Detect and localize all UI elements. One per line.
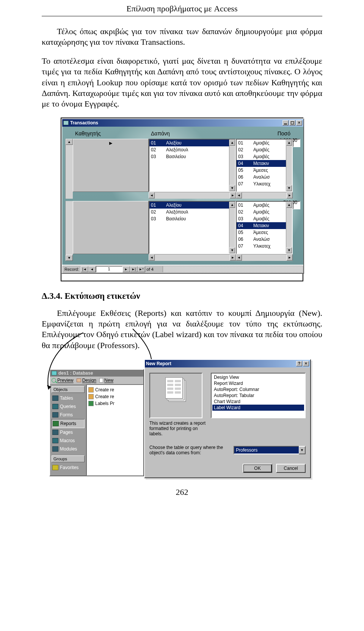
record1-professor-listbox[interactable]: 01Αλεξίου 02Αλεξόπουλ 03Βασιλείου ▲ ▼: [149, 139, 236, 192]
option-autoreport-columnar[interactable]: AutoReport: Columnar: [212, 386, 304, 392]
record2-professor-vscroll[interactable]: ▲ ▼: [229, 202, 235, 253]
option-design-view[interactable]: Design View: [212, 374, 304, 380]
form-vscroll-lower[interactable]: ▼: [65, 201, 73, 261]
scroll-down-icon[interactable]: ▼: [66, 255, 73, 261]
close-button[interactable]: ×: [303, 361, 309, 366]
record2-expense-listbox[interactable]: 01Αμοιβές 02Αμοιβές 03Αμοιβές 04Μετακιν …: [236, 201, 293, 254]
record1-expense-hscroll[interactable]: ◄►: [236, 192, 293, 199]
option-autoreport-tabular[interactable]: AutoReport: Tabular: [212, 392, 304, 399]
record2-expense-hscroll[interactable]: ◄►: [236, 254, 293, 261]
report-icon: [88, 401, 94, 406]
maximize-button[interactable]: [289, 120, 295, 126]
nav-first-button[interactable]: |◄: [81, 266, 88, 272]
scroll-down-icon[interactable]: ▼: [229, 185, 235, 191]
scroll-right-icon[interactable]: ►: [230, 254, 236, 261]
report-type-listbox[interactable]: Design View Report Wizard AutoReport: Co…: [211, 373, 306, 418]
help-button[interactable]: ?: [296, 361, 302, 366]
col-expense: Δαπάνη: [149, 130, 236, 137]
form-vscroll[interactable]: ▲: [65, 139, 73, 199]
scroll-down-icon[interactable]: ▼: [229, 247, 235, 253]
option-chart-wizard[interactable]: Chart Wizard: [212, 399, 304, 405]
record-1: ▶ 01Αλεξίου 02Αλεξόπουλ 03Βασιλείου ▲ ▼: [64, 139, 302, 201]
nav-prev-button[interactable]: ◄: [88, 266, 96, 272]
callout-arrow-2: [38, 333, 87, 393]
record1-expense-listbox[interactable]: 01Αμοιβές 02Αμοιβές 03Αμοιβές 04Μετακιν …: [236, 139, 293, 192]
record2-professor-hscroll[interactable]: ◄►: [149, 254, 236, 261]
sidebar-item-macros[interactable]: Macros: [52, 436, 85, 445]
newreport-screenshot: des1 : Database Preview Design New Objec…: [49, 359, 315, 480]
scroll-right-icon[interactable]: ►: [230, 192, 236, 198]
sidebar-item-pages[interactable]: Pages: [52, 428, 85, 436]
cancel-button[interactable]: Cancel: [276, 464, 306, 473]
scroll-up-icon[interactable]: ▲: [66, 139, 73, 145]
page-number: 262: [42, 487, 322, 497]
record-total: of 4: [145, 267, 155, 272]
chevron-down-icon[interactable]: ▼: [299, 446, 306, 454]
sidebar-item-tables[interactable]: Tables: [52, 394, 85, 402]
scroll-up-icon[interactable]: ▲: [286, 202, 292, 208]
scroll-left-icon[interactable]: ◄: [149, 192, 155, 198]
record1-selector[interactable]: ▶: [73, 139, 149, 192]
scroll-up-icon[interactable]: ▲: [286, 140, 292, 146]
close-button[interactable]: ×: [296, 120, 302, 126]
scroll-left-icon[interactable]: ◄: [236, 192, 242, 198]
groups-caption: Groups: [52, 455, 85, 462]
minimize-button[interactable]: [282, 120, 289, 126]
record2-amount-field[interactable]: 700,00 €: [293, 201, 300, 209]
option-label-wizard[interactable]: Label Wizard: [212, 405, 304, 411]
record1-professor-vscroll[interactable]: ▲ ▼: [229, 140, 235, 191]
form-hscroll[interactable]: [163, 266, 303, 272]
transactions-titlebar[interactable]: Transactions ×: [62, 119, 303, 127]
new-button[interactable]: New: [99, 378, 113, 383]
transactions-window: Transactions × Καθηγητής Δαπάνη Ποσό ▶ 0…: [61, 118, 304, 274]
source-combobox-value[interactable]: Professors: [234, 446, 299, 454]
database-content[interactable]: Create re Create re Labels Pr: [86, 385, 143, 476]
content-create-wizard[interactable]: Create re: [88, 393, 141, 400]
nav-last-button[interactable]: ►|: [130, 266, 138, 272]
scroll-down-icon[interactable]: ▼: [286, 185, 292, 191]
record-number-field[interactable]: 1: [96, 266, 122, 272]
sidebar-item-reports[interactable]: Reports: [52, 419, 85, 428]
wizard-icon: [88, 387, 94, 392]
wizard-preview: [149, 373, 202, 418]
sidebar-item-queries[interactable]: Queries: [52, 402, 85, 411]
scroll-down-icon[interactable]: ▼: [286, 247, 292, 253]
wizard-description: This wizard creates a report formatted f…: [149, 418, 206, 436]
source-combobox[interactable]: Professors ▼: [234, 446, 306, 454]
transactions-body: Καθηγητής Δαπάνη Ποσό ▶ 01Αλεξίου 02Αλεξ…: [62, 127, 303, 265]
sidebar-item-modules[interactable]: Modules: [52, 445, 85, 453]
scroll-up-icon[interactable]: ▲: [229, 140, 235, 146]
newreport-titlebar[interactable]: New Report ? ×: [145, 360, 310, 367]
record1-expense-vscroll[interactable]: ▲ ▼: [286, 140, 292, 191]
record2-professor-listbox[interactable]: 01Αλεξίου 02Αλεξόπουλ 03Βασιλείου ▲ ▼: [149, 201, 236, 254]
database-main: Objects Tables Queries Forms Reports Pag…: [50, 385, 143, 476]
record2-expense-vscroll[interactable]: ▲ ▼: [286, 202, 292, 253]
paragraph-2: Το αποτέλεσμα είναι διαφορετικό, γιατί μ…: [42, 56, 322, 109]
choose-source-label: Choose the table or query where the obje…: [149, 445, 229, 455]
content-labels-report[interactable]: Labels Pr: [88, 400, 141, 407]
scroll-up-icon[interactable]: ▲: [229, 202, 235, 208]
column-headers: Καθηγητής Δαπάνη Ποσό: [64, 129, 302, 139]
ok-button[interactable]: OK: [243, 464, 272, 473]
record-navigator[interactable]: Record: |◄ ◄ 1 ► ►| ►* of 4: [62, 265, 303, 273]
nav-new-button[interactable]: ►*: [138, 266, 145, 272]
record1-professor-hscroll[interactable]: ◄►: [149, 192, 236, 199]
col-amount: Ποσό: [236, 130, 293, 137]
paragraph-1: Τέλος όπως ακριβώς για τον πίνακα των δα…: [42, 26, 322, 47]
nav-next-button[interactable]: ►: [122, 266, 130, 272]
option-report-wizard[interactable]: Report Wizard: [212, 380, 304, 386]
record-2: 01Αλεξίου 02Αλεξόπουλ 03Βασιλείου ▲ ▼ 01…: [64, 201, 302, 263]
transactions-title: Transactions: [70, 120, 98, 126]
scroll-left-icon[interactable]: ◄: [236, 254, 242, 261]
content-create-design[interactable]: Create re: [88, 386, 141, 393]
scroll-right-icon[interactable]: ►: [287, 254, 293, 261]
sidebar-item-forms[interactable]: Forms: [52, 411, 85, 419]
col-professor: Καθηγητής: [73, 130, 149, 137]
record1-amount-field[interactable]: 1.000,00 €: [293, 139, 300, 147]
record2-selector[interactable]: [73, 201, 149, 254]
scroll-left-icon[interactable]: ◄: [149, 254, 155, 261]
section-heading: Δ.3.4. Εκτύπωση ετικετών: [42, 291, 322, 301]
database-sidebar: Objects Tables Queries Forms Reports Pag…: [50, 385, 86, 476]
sidebar-item-favorites[interactable]: Favorites: [52, 463, 85, 472]
scroll-right-icon[interactable]: ►: [287, 192, 293, 198]
